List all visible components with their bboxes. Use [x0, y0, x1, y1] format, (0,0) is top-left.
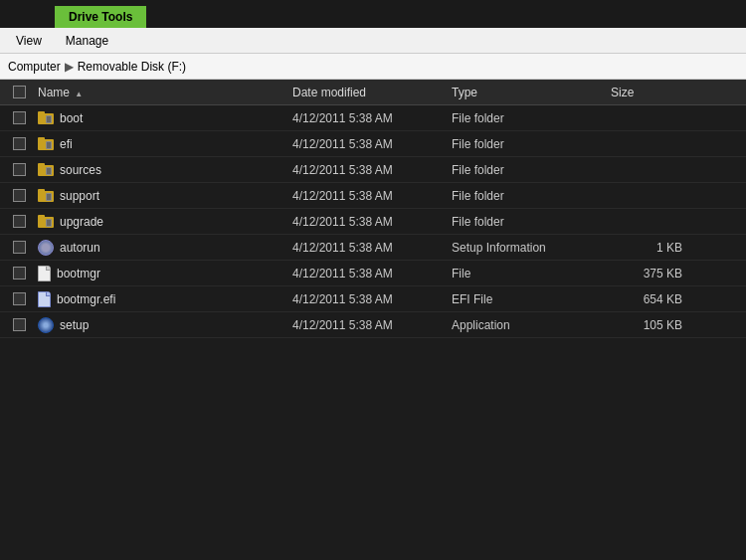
folder-lock-icon	[38, 163, 54, 176]
file-type: File	[452, 267, 611, 280]
row-checkbox[interactable]	[13, 215, 26, 228]
file-size: 654 KB	[611, 292, 690, 306]
file-type: Setup Information	[452, 241, 611, 255]
table-row[interactable]: autorun 4/12/2011 5:38 AM Setup Informat…	[0, 235, 746, 261]
file-date: 4/12/2011 5:38 AM	[292, 163, 452, 177]
row-checkbox[interactable]	[13, 163, 26, 176]
file-type: File folder	[452, 189, 611, 203]
file-date: 4/12/2011 5:38 AM	[292, 318, 452, 332]
col-header-size[interactable]: Size	[611, 86, 690, 99]
file-size: 375 KB	[611, 267, 690, 280]
file-name: bootmgr.efi	[57, 292, 115, 306]
table-row[interactable]: efi 4/12/2011 5:38 AM File folder	[0, 131, 746, 157]
file-type: File folder	[452, 163, 611, 177]
file-name-cell: upgrade	[34, 215, 292, 229]
select-all-checkbox[interactable]	[13, 86, 26, 98]
file-name-cell: bootmgr	[34, 266, 292, 281]
file-name: setup	[60, 318, 89, 332]
breadcrumb-separator: ▶	[65, 60, 74, 74]
file-type: EFI File	[452, 292, 611, 306]
file-size: 1 KB	[611, 241, 690, 255]
file-date: 4/12/2011 5:38 AM	[292, 241, 452, 255]
folder-lock-icon	[38, 137, 54, 150]
file-name: boot	[60, 111, 83, 125]
file-type: File folder	[452, 111, 611, 125]
row-checkbox[interactable]	[13, 189, 26, 202]
file-type: File folder	[452, 137, 611, 151]
file-type: File folder	[452, 215, 611, 229]
main-content: Name ▲ Date modified Type Size boot 4/12…	[0, 80, 746, 560]
file-name-cell: autorun	[34, 240, 292, 256]
app-icon	[38, 317, 54, 333]
table-row[interactable]: upgrade 4/12/2011 5:38 AM File folder	[0, 209, 746, 235]
file-date: 4/12/2011 5:38 AM	[292, 189, 452, 203]
breadcrumb-computer: Computer	[8, 60, 61, 74]
file-name: upgrade	[60, 215, 103, 229]
file-name: sources	[60, 163, 101, 177]
row-checkbox[interactable]	[13, 267, 26, 280]
file-name-cell: bootmgr.efi	[34, 291, 292, 307]
file-icon	[38, 266, 51, 281]
file-name: bootmgr	[57, 267, 100, 280]
table-row[interactable]: sources 4/12/2011 5:38 AM File folder	[0, 157, 746, 183]
file-date: 4/12/2011 5:38 AM	[292, 292, 452, 306]
column-headers: Name ▲ Date modified Type Size	[0, 80, 746, 105]
file-date: 4/12/2011 5:38 AM	[292, 215, 452, 229]
menu-bar: View Manage	[0, 28, 746, 54]
file-name: support	[60, 189, 99, 203]
file-date: 4/12/2011 5:38 AM	[292, 267, 452, 280]
row-checkbox[interactable]	[13, 111, 26, 124]
col-header-date[interactable]: Date modified	[292, 86, 452, 99]
row-checkbox[interactable]	[13, 318, 26, 331]
folder-lock-icon	[38, 215, 54, 228]
address-bar: Computer ▶ Removable Disk (F:)	[0, 54, 746, 80]
table-row[interactable]: bootmgr 4/12/2011 5:38 AM File 375 KB	[0, 261, 746, 286]
file-list: boot 4/12/2011 5:38 AM File folder efi 4…	[0, 105, 746, 338]
file-size: 105 KB	[611, 318, 690, 332]
table-row[interactable]: setup 4/12/2011 5:38 AM Application 105 …	[0, 312, 746, 338]
table-row[interactable]: bootmgr.efi 4/12/2011 5:38 AM EFI File 6…	[0, 286, 746, 312]
file-type: Application	[452, 318, 611, 332]
menu-manage[interactable]: Manage	[58, 32, 116, 50]
file-name: efi	[60, 137, 73, 151]
file-name-cell: efi	[34, 137, 292, 151]
title-bar: Drive Tools	[0, 0, 746, 28]
efi-icon	[38, 291, 51, 307]
table-row[interactable]: boot 4/12/2011 5:38 AM File folder	[0, 105, 746, 131]
gear-icon	[38, 240, 54, 256]
menu-view[interactable]: View	[8, 32, 50, 50]
file-name-cell: setup	[34, 317, 292, 333]
file-name: autorun	[60, 241, 100, 255]
row-checkbox[interactable]	[13, 137, 26, 150]
table-row[interactable]: support 4/12/2011 5:38 AM File folder	[0, 183, 746, 209]
row-checkbox[interactable]	[13, 241, 26, 254]
col-header-type[interactable]: Type	[452, 86, 611, 99]
file-date: 4/12/2011 5:38 AM	[292, 111, 452, 125]
file-name-cell: sources	[34, 163, 292, 177]
ribbon-tab[interactable]: Drive Tools	[55, 6, 146, 28]
col-header-name[interactable]: Name ▲	[34, 86, 292, 99]
file-name-cell: support	[34, 189, 292, 203]
file-date: 4/12/2011 5:38 AM	[292, 137, 452, 151]
file-name-cell: boot	[34, 111, 292, 125]
breadcrumb-disk: Removable Disk (F:)	[78, 60, 186, 74]
folder-lock-icon	[38, 111, 54, 124]
folder-lock-icon	[38, 189, 54, 202]
row-checkbox[interactable]	[13, 292, 26, 305]
sort-arrow-name: ▲	[75, 90, 83, 98]
